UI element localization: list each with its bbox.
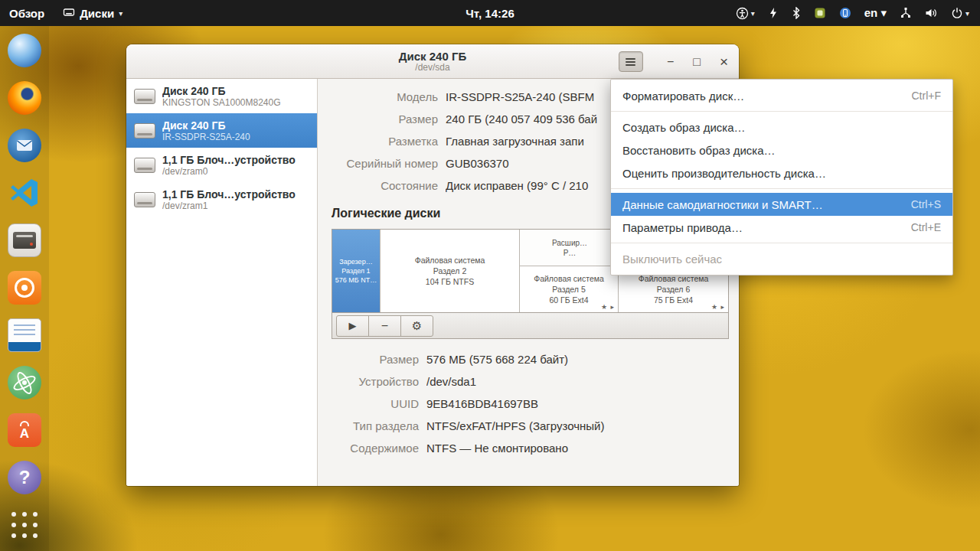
menu-shortcut: Ctrl+F	[912, 90, 942, 102]
ubuntu-software-icon: A	[8, 413, 41, 447]
dock-item-vscode[interactable]	[6, 174, 43, 211]
drive-icon	[134, 89, 155, 104]
disk-title: 1,1 ГБ Блоч…устройство	[162, 154, 296, 166]
minimize-button[interactable]: −	[667, 56, 674, 68]
drive-icon	[134, 123, 155, 139]
web-browser-icon	[8, 34, 41, 67]
delete-partition-button[interactable]: −	[368, 315, 401, 337]
dock-item-ubuntu-software[interactable]: A	[6, 412, 43, 448]
menu-item-smart-data[interactable]: Данные самодиагностики и SMART… Ctrl+S	[611, 193, 952, 216]
atom-icon	[8, 366, 41, 399]
disk-subtitle: IR-SSDPR-S25A-240	[162, 132, 250, 142]
thunderbird-icon	[8, 129, 41, 162]
keyboard-layout-menu[interactable]: en ▾	[864, 6, 887, 20]
disks-icon	[8, 223, 41, 257]
dock-item-libreoffice-writer[interactable]	[6, 317, 43, 354]
drive-icon	[134, 158, 155, 173]
detail-label: Тип раздела	[318, 415, 419, 437]
partition-flags-icon: ★ ▸	[711, 303, 725, 311]
menu-shortcut: Ctrl+E	[911, 221, 941, 233]
volume-icon	[925, 7, 938, 19]
partition-line: 104 ГБ NTFS	[426, 277, 474, 286]
bluetooth-indicator[interactable]	[792, 7, 801, 19]
drive-menu-button[interactable]	[619, 51, 643, 72]
phone-indicator[interactable]	[839, 7, 851, 19]
partition-5[interactable]: Файловая система Раздел 5 60 ГБ Ext4 ★ ▸	[520, 266, 618, 312]
mount-button[interactable]: ▶	[336, 315, 369, 337]
partition-line: Раздел 2	[433, 266, 466, 276]
partition-line: Файловая система	[534, 274, 604, 283]
dock-item-disks[interactable]	[6, 222, 43, 259]
partition-line: Файловая система	[415, 256, 485, 265]
sidebar-disk-item[interactable]: Диск 240 ГБ KINGSTON SA1000M8240G	[126, 79, 317, 113]
network-indicator[interactable]	[768, 7, 779, 19]
menu-item-format-disk[interactable]: Форматировать диск… Ctrl+F	[611, 84, 952, 107]
partition-line: Раздел 5	[552, 285, 585, 294]
menu-item-label: Создать образ диска…	[622, 121, 746, 134]
sidebar-disk-item-selected[interactable]: Диск 240 ГБ IR-SSDPR-S25A-240	[126, 113, 317, 148]
close-button[interactable]: ×	[720, 54, 728, 69]
disk-subtitle: KINGSTON SA1000M8240G	[162, 97, 281, 108]
partition-line: 60 ГБ Ext4	[549, 295, 588, 305]
menu-item-label: Восстановить образ диска…	[622, 144, 776, 157]
partition-options-button[interactable]: ⚙	[400, 315, 433, 337]
dock-item-atom[interactable]	[6, 364, 43, 401]
chevron-down-icon: ▾	[119, 9, 122, 18]
disk-title: 1,1 ГБ Блоч…устройство	[162, 188, 296, 201]
menu-item-restore-disk-image[interactable]: Восстановить образ диска…	[611, 139, 952, 161]
bluetooth-icon	[792, 7, 801, 19]
partition-line: Раздел 1	[341, 267, 370, 275]
disk-title: Диск 240 ГБ	[162, 85, 281, 97]
devices-indicator[interactable]	[900, 7, 912, 19]
disk-subtitle: /dev/zram1	[162, 201, 296, 211]
dock-item-app-grid[interactable]	[6, 507, 43, 543]
power-icon	[951, 7, 963, 19]
info-label: Серийный номер	[318, 152, 438, 174]
firefox-icon	[8, 81, 41, 115]
partition-2[interactable]: Файловая система Раздел 2 104 ГБ NTFS	[380, 230, 519, 312]
detail-value: /dev/sda1	[426, 370, 739, 393]
disk-subtitle: /dev/zram0	[162, 166, 296, 177]
dock-item-web-browser[interactable]	[6, 32, 43, 69]
menu-item-standby-now[interactable]: Выключить сейчас	[611, 247, 952, 270]
tray-indicator[interactable]	[814, 7, 826, 19]
menu-item-label: Данные самодиагностики и SMART…	[622, 198, 823, 211]
sidebar-disk-item[interactable]: 1,1 ГБ Блоч…устройство /dev/zram1	[126, 182, 317, 217]
accessibility-menu[interactable]: ▾	[736, 7, 755, 20]
help-icon: ?	[8, 461, 41, 494]
indicator-icon	[814, 7, 826, 19]
power-menu[interactable]: ▾	[951, 7, 969, 19]
detail-label: UUID	[318, 393, 419, 415]
activities-button[interactable]: Обзор	[0, 0, 54, 26]
volume-toolbar: ▶ − ⚙	[332, 313, 729, 339]
volume-indicator[interactable]	[925, 7, 938, 19]
libreoffice-writer-icon	[8, 318, 41, 352]
detail-value: NTFS/exFAT/HPFS (Загрузочный)	[426, 415, 739, 437]
disk-title: Диск 240 ГБ	[162, 119, 250, 132]
accessibility-icon	[736, 7, 749, 20]
menu-item-create-disk-image[interactable]: Создать образ диска…	[611, 116, 952, 139]
info-label: Разметка	[318, 130, 438, 152]
dock-item-rhythmbox[interactable]	[6, 269, 43, 306]
partition-line: 576 МБ NT…	[335, 276, 377, 284]
window-subtitle: /dev/sda	[415, 63, 449, 73]
menu-item-label: Выключить сейчас	[622, 253, 722, 266]
headerbar: Диск 240 ГБ /dev/sda − □ ×	[126, 44, 739, 79]
drive-icon	[134, 192, 155, 207]
clock-button[interactable]: Чт, 14:26	[466, 7, 514, 20]
app-menu-label: Диски	[80, 7, 114, 20]
partition-details-grid: Размер 576 МБ (575 668 224 байт) Устройс…	[318, 348, 739, 459]
keyboard-layout-label: en ▾	[864, 6, 887, 20]
info-label: Модель	[318, 86, 438, 108]
dock-item-thunderbird[interactable]	[6, 127, 43, 164]
dock-item-firefox[interactable]	[6, 80, 43, 116]
partition-1-selected[interactable]: Зарезер… Раздел 1 576 МБ NT…	[332, 230, 380, 312]
menu-item-benchmark-disk[interactable]: Оценить производительность диска…	[611, 161, 952, 184]
app-menu-button[interactable]: Диски ▾	[54, 0, 132, 26]
maximize-button[interactable]: □	[693, 56, 701, 68]
sidebar-disk-item[interactable]: 1,1 ГБ Блоч…устройство /dev/zram0	[126, 148, 317, 182]
menu-item-drive-settings[interactable]: Параметры привода… Ctrl+E	[611, 216, 952, 239]
partition-flags-icon: ★ ▸	[601, 303, 615, 311]
partition-line: Зарезер…	[339, 258, 372, 266]
dock-item-help[interactable]: ?	[6, 459, 43, 496]
